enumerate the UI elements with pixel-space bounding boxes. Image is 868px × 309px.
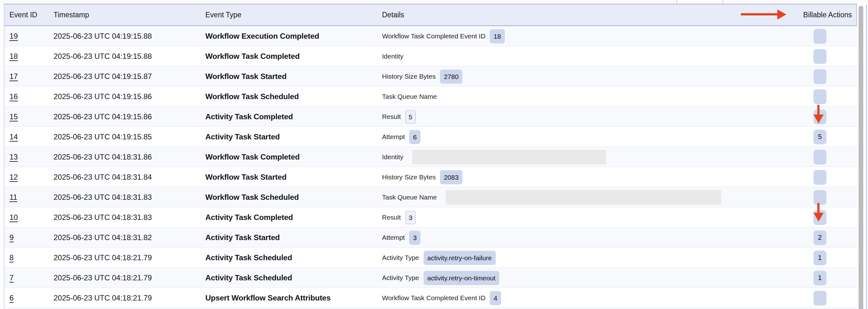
event-type: Workflow Task Scheduled xyxy=(205,193,382,202)
detail-label: Activity Type xyxy=(382,254,419,262)
billable-actions-cell xyxy=(783,109,857,124)
event-id-link[interactable]: 12 xyxy=(9,173,18,181)
redacted-value-block xyxy=(446,190,721,205)
billable-actions-cell: 1 xyxy=(783,250,857,265)
timestamp: 2025-06-23 UTC 04:18:31.83 xyxy=(54,213,205,222)
timestamp: 2025-06-23 UTC 04:18:31.84 xyxy=(54,173,205,181)
timestamp: 2025-06-23 UTC 04:18:21.79 xyxy=(54,294,205,302)
event-history-table: Event ID Timestamp Event Type Details Bi… xyxy=(4,4,857,309)
billable-actions-cell xyxy=(783,89,857,104)
timestamp: 2025-06-23 UTC 04:19:15.88 xyxy=(54,32,205,41)
billable-actions-cell xyxy=(783,29,857,44)
event-details: Activity Type activity.retry-on-failure xyxy=(382,250,783,265)
event-id-cell: 8 xyxy=(4,253,54,262)
event-type: Activity Task Completed xyxy=(205,213,382,222)
event-id-cell: 10 xyxy=(4,213,54,222)
event-id-link[interactable]: 15 xyxy=(9,112,18,121)
detail-value-badge: activity.retry-on-failure xyxy=(424,251,496,265)
event-id-link[interactable]: 19 xyxy=(9,32,18,40)
event-id-link[interactable]: 10 xyxy=(9,213,18,221)
event-details: History Size Bytes 2780 xyxy=(382,69,783,84)
billable-actions-cell xyxy=(783,210,857,225)
table-row: 12 2025-06-23 UTC 04:18:31.84 Workflow T… xyxy=(4,167,857,187)
billable-actions-badge xyxy=(813,170,827,185)
event-type: Workflow Task Completed xyxy=(205,152,382,162)
top-strip-segment xyxy=(677,0,723,3)
billable-actions-cell xyxy=(783,190,857,205)
event-type: Workflow Task Started xyxy=(205,72,382,81)
event-type: Upsert Workflow Search Attributes xyxy=(205,294,382,302)
table-row: 17 2025-06-23 UTC 04:19:15.87 Workflow T… xyxy=(4,66,857,87)
table-row: 13 2025-06-23 UTC 04:18:31.86 Workflow T… xyxy=(4,147,857,167)
vertical-scrollbar-thumb[interactable] xyxy=(859,6,863,309)
event-details: Workflow Task Completed Event ID 18 xyxy=(382,29,783,43)
event-type: Activity Task Scheduled xyxy=(205,273,382,282)
billable-actions-cell: 5 xyxy=(783,130,857,144)
detail-value-badge: 6 xyxy=(409,130,421,144)
event-id-link[interactable]: 18 xyxy=(9,52,18,60)
event-id-link[interactable]: 6 xyxy=(9,294,13,302)
billable-actions-badge xyxy=(813,291,827,306)
event-id-link[interactable]: 8 xyxy=(9,253,13,262)
detail-label: Activity Type xyxy=(382,274,419,282)
detail-value-badge: activity.retry-on-timeout xyxy=(424,271,499,285)
detail-label: Workflow Task Completed Event ID xyxy=(382,294,485,302)
timestamp: 2025-06-23 UTC 04:19:15.86 xyxy=(54,112,205,121)
billable-actions-badge xyxy=(813,69,827,84)
table-row: 14 2025-06-23 UTC 04:19:15.85 Activity T… xyxy=(4,127,857,147)
right-panel-edge xyxy=(866,4,867,309)
billable-actions-cell: 1 xyxy=(783,271,857,285)
workflow-event-history-screen: Event ID Timestamp Event Type Details Bi… xyxy=(0,0,868,309)
table-row: 18 2025-06-23 UTC 04:19:15.88 Workflow T… xyxy=(4,46,857,66)
billable-actions-badge: 1 xyxy=(813,250,827,265)
event-type: Workflow Task Scheduled xyxy=(205,92,382,101)
event-id-cell: 14 xyxy=(4,133,54,141)
event-id-link[interactable]: 7 xyxy=(9,273,13,282)
event-id-link[interactable]: 11 xyxy=(9,193,17,201)
event-id-link[interactable]: 16 xyxy=(9,92,18,101)
event-id-link[interactable]: 9 xyxy=(9,233,13,242)
event-type: Activity Task Started xyxy=(205,133,382,141)
detail-label: History Size Bytes xyxy=(382,173,436,181)
event-id-cell: 9 xyxy=(4,233,54,242)
redacted-value-block xyxy=(412,150,606,164)
event-details: Identity xyxy=(382,150,783,164)
event-id-cell: 17 xyxy=(4,72,54,81)
event-details: Attempt 6 xyxy=(382,130,783,144)
event-id-cell: 16 xyxy=(4,92,54,101)
event-details: Workflow Task Completed Event ID 4 xyxy=(382,291,783,305)
event-details: Result 5 xyxy=(382,109,783,124)
billable-actions-cell: 2 xyxy=(783,230,857,245)
event-id-link[interactable]: 14 xyxy=(9,133,18,141)
billable-actions-cell xyxy=(783,170,857,185)
billable-actions-badge xyxy=(813,89,827,104)
event-id-cell: 12 xyxy=(4,173,54,181)
event-type: Activity Task Completed xyxy=(205,112,382,121)
billable-actions-badge xyxy=(813,190,827,205)
event-type: Activity Task Scheduled xyxy=(205,253,382,262)
timestamp: 2025-06-23 UTC 04:19:15.88 xyxy=(54,52,205,61)
billable-actions-badge xyxy=(813,29,827,44)
detail-label: Identity xyxy=(382,53,403,60)
billable-actions-cell xyxy=(783,291,857,306)
billable-actions-badge: 5 xyxy=(813,130,827,144)
event-id-link[interactable]: 13 xyxy=(9,152,18,161)
timestamp: 2025-06-23 UTC 04:18:31.86 xyxy=(54,152,205,162)
detail-label: Workflow Task Completed Event ID xyxy=(382,32,485,40)
event-details: History Size Bytes 2083 xyxy=(382,170,783,184)
billable-actions-badge: 2 xyxy=(813,230,827,245)
detail-value-badge: 3 xyxy=(405,211,416,225)
event-details: Task Queue Name xyxy=(382,89,783,104)
detail-label: Attempt xyxy=(382,234,405,241)
detail-label: Task Queue Name xyxy=(382,93,437,100)
event-id-link[interactable]: 17 xyxy=(9,72,18,80)
billable-actions-cell xyxy=(783,150,857,165)
header-details: Details xyxy=(382,11,782,19)
detail-value-badge: 3 xyxy=(409,231,421,245)
event-id-cell: 6 xyxy=(4,294,54,302)
event-type: Activity Task Started xyxy=(205,233,382,242)
timestamp: 2025-06-23 UTC 04:18:31.83 xyxy=(54,193,205,202)
event-type: Workflow Task Completed xyxy=(205,52,382,61)
billable-actions-badge xyxy=(813,49,827,64)
table-row: 19 2025-06-23 UTC 04:19:15.88 Workflow E… xyxy=(4,26,857,46)
